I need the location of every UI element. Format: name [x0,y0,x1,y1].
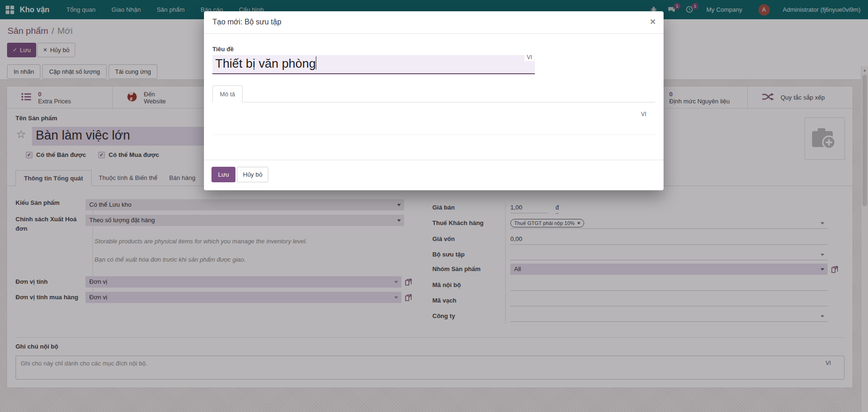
app-root: Kho vận Tổng quan Giao Nhận Sản phẩm Báo… [0,0,868,412]
text-cursor [316,56,316,70]
collection-title-label: Tiêu đề [212,46,234,53]
modal-save-button[interactable]: Lưu [211,167,235,182]
modal-close-icon[interactable]: ✕ [650,17,656,26]
modal-tab-description[interactable]: Mô tả [212,86,242,102]
modal-content-divider [212,134,655,135]
modal-discard-button[interactable]: Hủy bỏ [237,167,268,182]
collection-title-input[interactable]: Thiết bị văn phòng [212,55,535,74]
modal-footer: Lưu Hủy bỏ [204,160,664,190]
modal-tabline [212,102,655,102]
modal-header: Tạo mới: Bộ sưu tập ✕ [204,11,664,34]
title-language-badge[interactable]: VI [524,54,534,61]
modal-title: Tạo mới: Bộ sưu tập [212,18,282,26]
description-language-badge[interactable]: VI [641,111,646,117]
create-collection-modal: Tạo mới: Bộ sưu tập ✕ Tiêu đề Thiết bị v… [204,11,664,190]
